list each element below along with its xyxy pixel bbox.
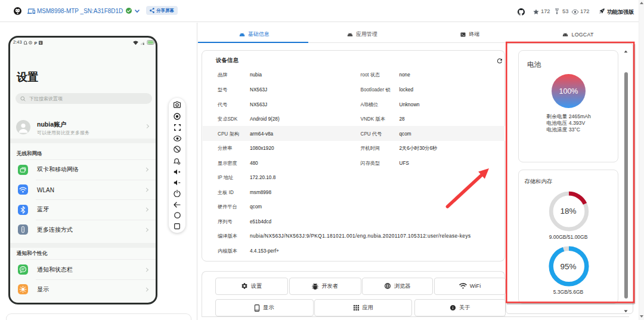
svg-text:9: 9 [39,41,41,44]
svg-text:P: P [35,41,38,45]
